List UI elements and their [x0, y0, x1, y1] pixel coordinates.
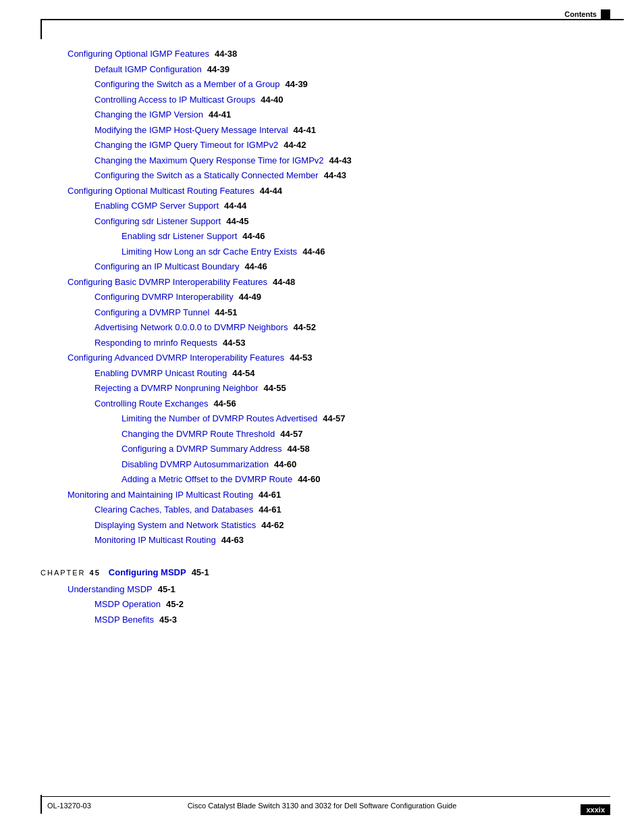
page: Contents Configuring Optional IGMP Featu…	[0, 0, 644, 834]
footer-title: Cisco Catalyst Blade Switch 3130 and 303…	[0, 802, 644, 810]
toc-page: 44-44	[224, 199, 246, 213]
toc-page: 44-57	[280, 427, 302, 441]
toc-page: 44-63	[221, 533, 244, 547]
toc-page: 44-60	[274, 458, 296, 471]
chapter-label: CHAPTER	[41, 569, 86, 577]
toc-link[interactable]: Limiting How Long an sdr Cache Entry Exi…	[122, 245, 297, 259]
list-item: Rejecting a DVMRP Nonpruning Neighbor44-…	[41, 382, 610, 395]
list-item: Clearing Caches, Tables, and Databases44…	[41, 503, 610, 517]
toc-link[interactable]: Configuring an IP Multicast Boundary	[95, 260, 239, 273]
toc-link[interactable]: Configuring DVMRP Interoperability	[95, 290, 234, 304]
toc-page: 44-57	[323, 412, 345, 425]
list-item: Configuring a DVMRP Tunnel44-51	[41, 306, 610, 319]
toc-link[interactable]: Changing the Maximum Query Response Time…	[95, 154, 324, 167]
toc-link[interactable]: Advertising Network 0.0.0.0 to DVMRP Nei…	[95, 321, 288, 334]
toc-link[interactable]: Adding a Metric Offset to the DVMRP Rout…	[122, 473, 292, 486]
toc-link[interactable]: Controlling Access to IP Multicast Group…	[95, 93, 255, 107]
toc-link[interactable]: Enabling sdr Listener Support	[122, 230, 237, 243]
list-item: Default IGMP Configuration44-39	[41, 63, 610, 76]
toc-page: 44-41	[294, 124, 316, 137]
list-item: Configuring the Switch as a Statically C…	[41, 169, 610, 182]
toc-link[interactable]: Changing the IGMP Query Timeout for IGMP…	[95, 138, 278, 152]
toc-link[interactable]: Limiting the Number of DVMRP Routes Adve…	[122, 412, 317, 425]
toc-link[interactable]: Disabling DVMRP Autosummarization	[122, 458, 269, 471]
toc-link[interactable]: Configuring a DVMRP Summary Address	[122, 442, 281, 456]
list-item: Changing the DVMRP Route Threshold44-57	[41, 427, 610, 441]
toc-page: 44-46	[242, 230, 265, 243]
toc-link[interactable]: MSDP Operation	[95, 598, 161, 611]
list-item: Controlling Access to IP Multicast Group…	[41, 93, 610, 107]
toc-page: 44-40	[261, 93, 283, 107]
toc-link[interactable]: Enabling DVMRP Unicast Routing	[95, 367, 227, 380]
toc-link[interactable]: Configuring Basic DVMRP Interoperability…	[68, 276, 267, 289]
toc-page: 44-56	[213, 397, 236, 411]
header-contents: Contents	[564, 9, 610, 19]
toc-page: 44-51	[215, 306, 237, 319]
toc-page: 44-58	[287, 442, 309, 456]
toc-link[interactable]: Changing the IGMP Version	[95, 108, 203, 122]
top-rule	[41, 19, 624, 20]
toc-page: 44-46	[302, 245, 325, 259]
toc-link[interactable]: Monitoring IP Multicast Routing	[95, 533, 216, 547]
toc-link[interactable]: Configuring Optional Multicast Routing F…	[68, 184, 254, 198]
toc-link[interactable]: Rejecting a DVMRP Nonpruning Neighbor	[95, 382, 259, 395]
toc-page: 44-61	[259, 488, 281, 502]
toc-page: 44-54	[232, 367, 254, 380]
list-item: Enabling CGMP Server Support44-44	[41, 199, 610, 213]
list-item: Configuring the Switch as a Member of a …	[41, 78, 610, 91]
list-item: Understanding MSDP45-1	[41, 583, 610, 596]
toc-link[interactable]: Configuring sdr Listener Support	[95, 215, 221, 228]
toc-link[interactable]: Controlling Route Exchanges	[95, 397, 208, 411]
toc-page: 44-39	[286, 78, 308, 91]
toc-link[interactable]: Changing the DVMRP Route Threshold	[122, 427, 275, 441]
list-item: Monitoring and Maintaining IP Multicast …	[41, 488, 610, 502]
list-item: Configuring Advanced DVMRP Interoperabil…	[41, 351, 610, 365]
footer-rule	[41, 796, 610, 797]
toc-link[interactable]: MSDP Benefits	[95, 613, 154, 627]
toc-content: Configuring Optional IGMP Features44-38D…	[41, 47, 610, 628]
list-item: Limiting the Number of DVMRP Routes Adve…	[41, 412, 610, 425]
toc-link[interactable]: Displaying System and Network Statistics	[95, 519, 256, 532]
toc-page: 45-3	[159, 613, 177, 627]
toc-page: 45-2	[166, 598, 184, 611]
toc-link[interactable]: Configuring a DVMRP Tunnel	[95, 306, 209, 319]
list-item: Changing the Maximum Query Response Time…	[41, 154, 610, 167]
toc-link[interactable]: Configuring Optional IGMP Features	[68, 47, 209, 61]
chapter-page: 45-1	[192, 567, 209, 577]
list-item: Advertising Network 0.0.0.0 to DVMRP Nei…	[41, 321, 610, 334]
toc-page: 44-52	[294, 321, 316, 334]
chapter-row: CHAPTER 45 Configuring MSDP 45-1	[41, 567, 610, 577]
toc-link[interactable]: Clearing Caches, Tables, and Databases	[95, 503, 253, 517]
list-item: Configuring DVMRP Interoperability44-49	[41, 290, 610, 304]
toc-page: 44-53	[223, 336, 245, 350]
list-item: Responding to mrinfo Requests44-53	[41, 336, 610, 350]
toc-page: 44-41	[209, 108, 231, 122]
toc-link[interactable]: Configuring the Switch as a Statically C…	[95, 169, 319, 182]
list-item: Configuring an IP Multicast Boundary44-4…	[41, 260, 610, 273]
toc-link[interactable]: Monitoring and Maintaining IP Multicast …	[68, 488, 253, 502]
toc-page: 44-45	[226, 215, 248, 228]
toc-page: 44-55	[264, 382, 286, 395]
chapter-number: 45	[90, 569, 101, 577]
left-rule	[41, 19, 42, 39]
toc-link[interactable]: Responding to mrinfo Requests	[95, 336, 217, 350]
list-item: Adding a Metric Offset to the DVMRP Rout…	[41, 473, 610, 486]
toc-page: 44-43	[324, 169, 346, 182]
toc-link[interactable]: Understanding MSDP	[68, 583, 153, 596]
toc-link[interactable]: Configuring the Switch as a Member of a …	[95, 78, 280, 91]
toc-link[interactable]: Enabling CGMP Server Support	[95, 199, 219, 213]
chapter-title[interactable]: Configuring MSDP	[109, 567, 186, 577]
toc-link[interactable]: Default IGMP Configuration	[95, 63, 202, 76]
toc-page: 44-61	[259, 503, 281, 517]
toc-link[interactable]: Configuring Advanced DVMRP Interoperabil…	[68, 351, 284, 365]
toc-page: 44-46	[244, 260, 267, 273]
list-item: Configuring sdr Listener Support44-45	[41, 215, 610, 228]
list-item: Changing the IGMP Query Timeout for IGMP…	[41, 138, 610, 152]
footer-page: xxxix	[581, 804, 610, 815]
list-item: MSDP Operation45-2	[41, 598, 610, 611]
toc-link[interactable]: Modifying the IGMP Host-Query Message In…	[95, 124, 288, 137]
list-item: Displaying System and Network Statistics…	[41, 519, 610, 532]
toc-page: 44-53	[290, 351, 312, 365]
toc-page: 45-1	[158, 583, 176, 596]
list-item: MSDP Benefits45-3	[41, 613, 610, 627]
